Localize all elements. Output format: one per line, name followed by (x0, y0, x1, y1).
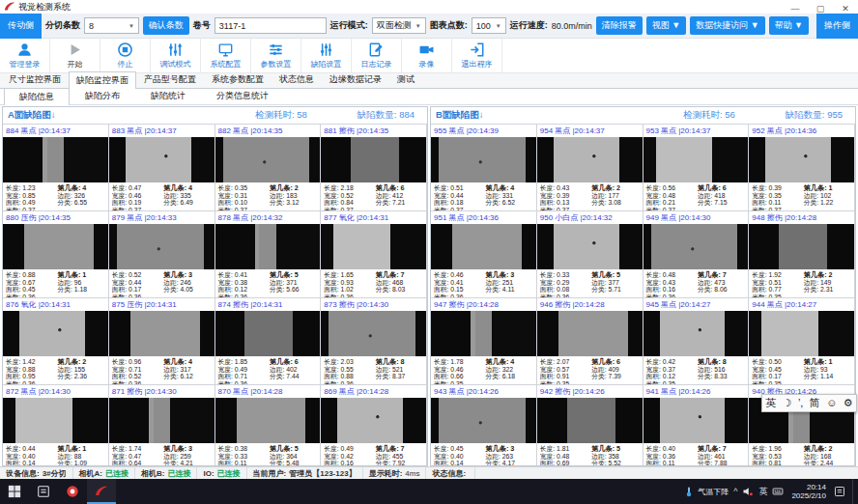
ime-fullhalf-icon[interactable]: ☽ (783, 398, 792, 408)
defect-cell[interactable]: 951 黑点 |20:14:36长度: 0.46宽度: 0.41面积: 0.15… (431, 211, 537, 298)
defect-cell[interactable]: 950 小白点 |20:14:32长度: 0.33宽度: 0.29面积: 0.0… (537, 211, 644, 298)
input-language-indicator[interactable]: 英 (758, 486, 767, 498)
slit-count-dropdown[interactable]: 8▼ (84, 17, 139, 34)
toolbar-button-camera[interactable]: 录像 (402, 39, 452, 72)
defect-cell[interactable]: 944 黑点 |20:14:27长度: 0.50宽度: 0.45面积: 0.17… (749, 298, 855, 385)
close-button[interactable]: ✕ (833, 0, 858, 17)
sub-tab-2[interactable]: 缺陷分布 (70, 87, 135, 104)
sub-tab-4[interactable]: 分类信息统计 (201, 87, 284, 104)
defect-metrics: 长度: 0.48宽度: 0.43面积: 0.16米数: 0.36 (646, 271, 698, 297)
defect-cell[interactable]: 955 黑点 |20:14:39长度: 0.51宽度: 0.44面积: 0.18… (431, 125, 537, 211)
defect-cell[interactable]: 945 黑点 |20:14:27长度: 0.42宽度: 0.37面积: 0.12… (644, 298, 750, 385)
defect-cell[interactable]: 870 黑点 |20:14:28长度: 0.38宽度: 0.33面积: 0.11… (215, 385, 322, 465)
defect-cell[interactable]: 882 黑点 |20:14:35长度: 0.35宽度: 0.31面积: 0.10… (215, 125, 322, 211)
weather-widget[interactable]: 气温下降 (683, 486, 729, 497)
toolbar-button-sliders-v[interactable]: 缺陷设置 (301, 39, 352, 72)
tray-expand-chevron[interactable]: ^ (733, 487, 737, 496)
toolbar-button-user[interactable]: 管理登录 (0, 39, 50, 72)
defect-cell[interactable]: 953 黑点 |20:14:37长度: 0.56宽度: 0.48面积: 0.21… (644, 125, 750, 211)
main-tab-1[interactable]: 尺寸监控界面 (1, 70, 69, 88)
maximize-button[interactable]: ▢ (808, 0, 833, 17)
status-item-value: 已连接 (217, 468, 241, 479)
minimize-button[interactable]: — (783, 0, 808, 17)
data-quick-access-button[interactable]: 数据快捷访问 ▼ (690, 16, 764, 35)
run-mode-dropdown[interactable]: 双面检测▼ (372, 17, 426, 34)
defect-cell[interactable]: 877 氧化 |20:14:31长度: 1.65宽度: 0.93面积: 1.02… (321, 211, 427, 298)
toolbar-button-sliders-h[interactable]: 参数设置 (251, 39, 301, 72)
clear-alarm-button[interactable]: 清除报警 (596, 16, 643, 35)
defect-cell[interactable]: 881 擦伤 |20:14:35长度: 2.18宽度: 0.52面积: 0.84… (321, 125, 427, 211)
inspection-app-icon[interactable] (87, 479, 116, 504)
ime-emoji-icon[interactable]: ☺ (826, 398, 837, 408)
defect-cell[interactable]: 871 擦伤 |20:14:30长度: 1.74宽度: 0.47面积: 0.64… (109, 385, 215, 465)
defect-cell[interactable]: 879 黑点 |20:14:33长度: 0.52宽度: 0.44面积: 0.17… (109, 211, 215, 298)
defect-cell[interactable]: 947 擦伤 |20:14:28长度: 1.78宽度: 0.46面积: 0.66… (431, 298, 537, 385)
defect-cell[interactable]: 883 黑点 |20:14:37长度: 0.47宽度: 0.46面积: 0.19… (109, 125, 215, 211)
main-tab-4[interactable]: 系统参数配置 (204, 70, 272, 88)
defect-cell[interactable]: 954 黑点 |20:14:37长度: 0.43宽度: 0.39面积: 0.13… (537, 125, 644, 211)
status-item-value: 已连接 (167, 468, 190, 479)
main-tab-2[interactable]: 缺陷监控界面 (69, 71, 136, 89)
toolbar-button-log[interactable]: 日志记录 (352, 39, 402, 72)
chart-points-label: 图表点数: (430, 19, 468, 32)
main-tab-5[interactable]: 状态信息 (272, 70, 322, 88)
defect-image (644, 137, 749, 182)
main-tab-7[interactable]: 测试 (389, 70, 422, 88)
start-button-icon[interactable] (0, 479, 29, 504)
toolbar-button-exit[interactable]: 退出程序 (452, 39, 502, 72)
ime-simplified-toggle[interactable]: 简 (810, 398, 820, 408)
defect-cell[interactable]: 946 擦伤 |20:14:28长度: 2.07宽度: 0.57面积: 0.91… (537, 298, 644, 385)
defect-info: 长度: 1.81宽度: 0.48面积: 0.69米数: 0.35第几条: 5边距… (537, 443, 643, 465)
pinned-app-icon[interactable] (58, 479, 87, 504)
defect-cell-header: 884 黑点 |20:14:37 (3, 125, 108, 137)
defect-position-info: 第几条: 6边距: 402分类: 7.44 (270, 358, 317, 384)
defect-position-info: 第几条: 4边距: 317分类: 6.12 (163, 358, 211, 384)
defect-grid: 955 黑点 |20:14:39长度: 0.51宽度: 0.44面积: 0.18… (431, 124, 855, 465)
defect-cell[interactable]: 880 压伤 |20:14:35长度: 0.88宽度: 0.67面积: 0.45… (3, 211, 109, 298)
task-view-icon[interactable] (29, 479, 58, 504)
defect-position-info: 第几条: 1边距: 93分类: 1.14 (804, 358, 851, 384)
toolbar-button-tune[interactable]: 调试模式 (151, 39, 201, 72)
defect-cell[interactable]: 876 氧化 |20:14:31长度: 1.42宽度: 0.88面积: 0.95… (3, 298, 109, 385)
defect-cell[interactable]: 869 黑点 |20:14:28长度: 0.49宽度: 0.42面积: 0.16… (321, 385, 427, 465)
defect-position-info: 第几条: 4边距: 335分类: 6.49 (163, 184, 211, 210)
taskbar-clock[interactable]: 20:14 2025/2/10 (788, 483, 829, 500)
confirm-count-button[interactable]: 确认条数 (143, 16, 189, 35)
defect-cell[interactable]: 872 黑点 |20:14:30长度: 0.44宽度: 0.40面积: 0.14… (3, 385, 109, 465)
ime-settings-icon[interactable]: ⚙ (844, 398, 853, 408)
show-desktop-button[interactable] (852, 479, 855, 504)
chart-points-dropdown[interactable]: 100▼ (472, 17, 506, 34)
defect-image (321, 398, 426, 443)
defect-cell[interactable]: 948 擦伤 |20:14:28长度: 1.92宽度: 0.51面积: 0.77… (749, 211, 855, 298)
defect-cell[interactable]: 874 擦伤 |20:14:31长度: 1.85宽度: 0.49面积: 0.71… (215, 298, 322, 385)
defect-cell[interactable]: 884 黑点 |20:14:37长度: 1.23宽度: 0.85面积: 0.49… (3, 125, 109, 211)
drive-side-button[interactable]: 传动侧 (0, 14, 42, 39)
defect-metrics: 长度: 0.43宽度: 0.39面积: 0.13米数: 0.37 (540, 184, 591, 210)
defect-cell[interactable]: 942 擦伤 |20:14:26长度: 1.81宽度: 0.48面积: 0.69… (537, 385, 644, 465)
defect-cell[interactable]: 943 黑点 |20:14:26长度: 0.45宽度: 0.40面积: 0.14… (431, 385, 537, 465)
ime-language-toggle[interactable]: 英 (765, 398, 776, 408)
keyboard-icon[interactable] (772, 486, 784, 497)
toolbar-button-stop[interactable]: 停止 (100, 39, 151, 72)
defect-cell[interactable]: 952 黑点 |20:14:36长度: 0.39宽度: 0.35面积: 0.11… (749, 125, 855, 211)
main-tab-3[interactable]: 产品型号配置 (136, 70, 204, 88)
sub-tab-3[interactable]: 缺陷统计 (135, 87, 201, 104)
main-tab-6[interactable]: 边缘数据记录 (322, 70, 389, 88)
toolbar-button-play[interactable]: 开始 (50, 39, 100, 72)
notification-center-icon[interactable] (834, 486, 845, 497)
defect-cell[interactable]: 878 黑点 |20:14:32长度: 0.41宽度: 0.38面积: 0.12… (215, 211, 322, 298)
toolbar-button-monitor[interactable]: 系统配置 (201, 39, 251, 72)
defect-info: 长度: 1.23宽度: 0.85面积: 0.49米数: 0.37第几条: 4边距… (3, 182, 108, 210)
help-menu-button[interactable]: 帮助 ▼ (769, 16, 809, 35)
title-bar: 视觉检测系统 — ▢ ✕ (0, 0, 858, 14)
sub-tab-1[interactable]: 缺陷信息 (4, 88, 70, 105)
view-menu-button[interactable]: 视图 ▼ (646, 16, 686, 35)
defect-cell[interactable]: 875 压伤 |20:14:31长度: 0.96宽度: 0.71面积: 0.52… (109, 298, 215, 385)
roll-number-input[interactable]: 3117-1 (214, 17, 327, 34)
toolbar-button-label: 系统配置 (211, 59, 242, 70)
defect-cell[interactable]: 873 擦伤 |20:14:30长度: 2.03宽度: 0.55面积: 0.88… (321, 298, 427, 385)
defect-cell[interactable]: 949 黑点 |20:14:30长度: 0.48宽度: 0.43面积: 0.16… (644, 211, 750, 298)
defect-cell[interactable]: 941 黑点 |20:14:26长度: 0.40宽度: 0.36面积: 0.11… (644, 385, 750, 465)
ime-punctuation-icon[interactable]: ’, (798, 398, 804, 408)
volume-icon[interactable] (742, 486, 754, 497)
